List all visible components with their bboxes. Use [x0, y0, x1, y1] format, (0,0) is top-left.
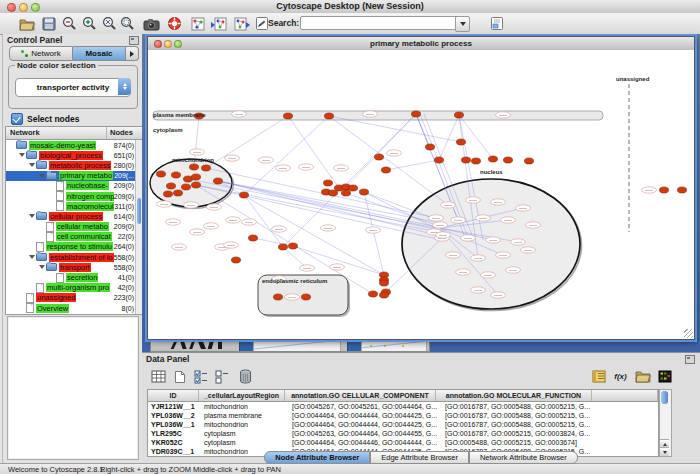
snapshot-icon[interactable] [142, 15, 160, 32]
table-column-header[interactable]: annotation.GO MOLECULAR_FUNCTION [436, 390, 592, 401]
table-column-header[interactable]: annotation.GO CELLULAR_COMPONENT [285, 390, 436, 401]
attribute-notes-icon[interactable] [588, 366, 609, 387]
tree-row-label[interactable]: macromolecule [66, 202, 114, 211]
tab-mosaic[interactable]: Mosaic [73, 46, 126, 61]
tree-row[interactable]: cell communicat22(0) [6, 232, 136, 242]
resize-grip[interactable] [684, 329, 693, 338]
tree-row-label[interactable]: metabolic process [49, 161, 111, 170]
zoom-selected-icon[interactable] [118, 15, 136, 32]
tree-row[interactable]: nucleobase-209(0) [6, 181, 136, 191]
disclosure-icon[interactable] [19, 153, 25, 157]
select-nodes-checkbox[interactable] [11, 113, 23, 125]
table-cell[interactable]: YKR052C [148, 438, 201, 447]
tree-row-label[interactable]: multi-organism pro [46, 283, 110, 292]
table-row[interactable]: YKR052Ccytoplasm[GO:0044464, GO:0044446,… [148, 438, 658, 447]
tree-row[interactable]: secretion41(0) [6, 272, 136, 282]
frame-zoom-icon[interactable] [174, 40, 182, 48]
table-cell[interactable]: plasma membrane [201, 411, 289, 420]
unselect-attributes-icon[interactable] [211, 366, 232, 387]
table-cell[interactable]: YJR121W__1 [148, 402, 201, 411]
table-cell[interactable]: [GO:0044464, GO:0044444, GO:0044425, G..… [289, 420, 442, 429]
tree-row[interactable]: metabolic process280(0) [6, 160, 136, 170]
zoom-fit-icon[interactable] [100, 15, 118, 32]
node-color-dropdown[interactable]: transporter activity [15, 78, 131, 97]
open-session-icon[interactable] [18, 15, 36, 32]
table-row[interactable]: YLR295Ccytoplasm[GO:0045263, GO:0044464,… [148, 429, 658, 438]
zoom-in-icon[interactable] [80, 15, 98, 32]
tree-row-label[interactable]: nitrogen compo [66, 192, 114, 201]
vizmapper-icon[interactable] [189, 15, 207, 32]
table-column-header[interactable]: _cellularLayoutRegion [199, 390, 285, 401]
tree-row[interactable]: biological_process651(0) [6, 150, 136, 160]
tree-row-label[interactable]: cellular metabo [56, 222, 109, 231]
zoom-out-icon[interactable] [60, 15, 78, 32]
import-attributes-icon[interactable] [632, 366, 653, 387]
table-cell[interactable]: cytoplasm [201, 429, 289, 438]
tree-row[interactable]: multi-organism pro42(0) [6, 283, 136, 293]
tree-row-label[interactable]: transport [59, 263, 91, 272]
tree-row-label[interactable]: unassigned [36, 293, 76, 302]
new-attribute-icon[interactable] [169, 366, 190, 387]
tree-row-label[interactable]: secretion [66, 273, 98, 282]
table-cell[interactable]: [GO:0045263, GO:0044464, GO:0044455, G..… [289, 429, 442, 438]
disclosure-icon[interactable] [29, 255, 35, 259]
tab-node-attribute-browser[interactable]: Node Attribute Browser [264, 451, 370, 464]
disclosure-icon[interactable] [29, 163, 35, 167]
tree-col-nodes[interactable]: Nodes [107, 127, 142, 139]
export-network-icon[interactable] [233, 15, 251, 32]
table-cell[interactable]: mitochondrion [201, 402, 289, 411]
tree-row-label[interactable]: response to stimulu [46, 242, 113, 251]
network-view-window[interactable]: primary metabolic process plasma membran… [147, 36, 695, 340]
delete-attribute-icon[interactable] [235, 366, 256, 387]
tree-row[interactable]: response to stimulu264(0) [6, 242, 136, 252]
tree-row-label[interactable]: nucleobase- [66, 181, 109, 190]
table-cell[interactable]: [GO:0016787, GO:0005488, GO:0005215, G..… [442, 420, 600, 429]
search-input[interactable] [300, 16, 458, 30]
data-panel-float-icon[interactable] [685, 355, 695, 364]
tree-col-network[interactable]: Network [6, 127, 107, 139]
table-cell[interactable]: YPL036W__1 [148, 420, 201, 429]
minimize-window-icon[interactable] [19, 3, 28, 12]
tab-network-attribute-browser[interactable]: Network Attribute Browser [469, 451, 578, 464]
tree-row[interactable]: nitrogen compo209(0) [6, 191, 136, 201]
function-builder-icon[interactable]: f(x) [610, 366, 631, 387]
table-column-header[interactable]: ID [148, 390, 199, 401]
network-window-title-bar[interactable]: primary metabolic process [148, 37, 694, 51]
table-row[interactable]: YPL036W__2plasma membrane[GO:0044464, GO… [148, 411, 658, 420]
tree-row[interactable]: macromolecule311(0) [6, 201, 136, 211]
tree-row-label[interactable]: primary metabo [59, 171, 113, 180]
help-icon[interactable] [165, 15, 183, 32]
tree-row-label[interactable]: cellular process [49, 212, 103, 221]
tree-row[interactable]: primary metabo209(... [6, 171, 136, 181]
tree-row[interactable]: cellular metabo209(0) [6, 222, 136, 232]
table-cell[interactable]: [GO:0045267, GO:0045261, GO:0044464, G..… [289, 402, 442, 411]
float-panel-icon[interactable] [129, 36, 139, 45]
search-options-icon[interactable] [488, 15, 506, 32]
tree-row-label[interactable]: cell communicat [56, 232, 112, 241]
tree-row-label[interactable]: Overview [36, 304, 69, 313]
search-dropdown-icon[interactable] [455, 16, 470, 32]
frame-minimize-icon[interactable] [164, 40, 172, 48]
attribute-browser-mode-icon[interactable] [148, 366, 169, 387]
import-network-icon[interactable] [209, 15, 227, 32]
table-row[interactable]: YJR121W__1mitochondrion[GO:0045267, GO:0… [148, 402, 658, 411]
tree-row[interactable]: mosaic-demo-yeast874(0) [6, 140, 136, 150]
tree-row[interactable]: unassigned223(0) [6, 293, 136, 303]
tab-overflow-icon[interactable] [126, 46, 139, 61]
tree-row-label[interactable]: biological_process [39, 151, 103, 160]
table-scrollbar[interactable] [659, 389, 672, 457]
tab-network[interactable]: Network [9, 46, 73, 61]
tree-row[interactable]: establishment of lo558(0) [6, 252, 136, 262]
tree-row[interactable]: cellular process614(0) [6, 211, 136, 221]
table-cell[interactable]: YLR295C [148, 429, 201, 438]
disclosure-icon[interactable] [39, 174, 45, 178]
table-cell[interactable]: [GO:0016787, GO:0005488, GO:0005215, G..… [442, 411, 600, 420]
table-cell[interactable]: YPL036W__2 [148, 411, 201, 420]
network-canvas[interactable]: plasma membranecytoplasmmitochondrionnuc… [148, 50, 694, 338]
disclosure-icon[interactable] [39, 265, 45, 269]
tree-row-label[interactable]: establishment of lo [49, 253, 114, 262]
table-row[interactable]: YPL036W__1mitochondrion[GO:0044464, GO:0… [148, 420, 658, 429]
disclosure-icon[interactable] [29, 214, 35, 218]
tab-edge-attribute-browser[interactable]: Edge Attribute Browser [370, 451, 469, 464]
tree-row-label[interactable]: mosaic-demo-yeast [29, 141, 96, 150]
